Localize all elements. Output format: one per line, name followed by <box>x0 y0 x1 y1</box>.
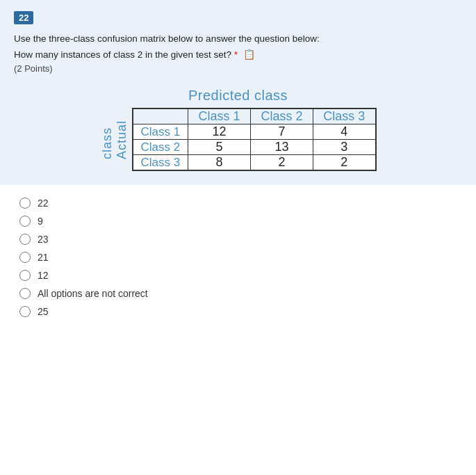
option-label-9[interactable]: 9 <box>38 216 43 227</box>
radio-23[interactable] <box>19 234 31 245</box>
matrix-row-3: Class 3 8 2 2 <box>133 155 376 171</box>
col-header-3: Class 3 <box>313 108 376 124</box>
option-label-23[interactable]: 23 <box>38 234 49 245</box>
cell-1-2: 7 <box>251 124 313 140</box>
option-row-9: 9 <box>19 216 457 227</box>
question-text: Use the three-class confusion matrix bel… <box>14 31 462 62</box>
option-row-all: All options are not correct <box>19 288 457 299</box>
col-header-1: Class 1 <box>188 108 251 124</box>
predicted-class-label: Predicted class <box>188 88 288 104</box>
question-points: (2 Points) <box>14 63 462 74</box>
option-row-21: 21 <box>19 252 457 263</box>
options-area: 229232112All options are not correct25 <box>0 185 476 331</box>
cell-1-1: 12 <box>188 124 251 140</box>
radio-25[interactable] <box>19 306 31 317</box>
option-row-23: 23 <box>19 234 457 245</box>
option-row-12: 12 <box>19 270 457 281</box>
option-row-25: 25 <box>19 306 457 317</box>
option-label-22[interactable]: 22 <box>38 198 49 209</box>
option-row-22: 22 <box>19 198 457 209</box>
row-label-1: Class 1 <box>133 124 188 140</box>
row-label-3: Class 3 <box>133 155 188 171</box>
actual-class-label: Actual class <box>100 120 129 159</box>
question-number: 22 <box>14 11 33 24</box>
cell-2-1: 5 <box>188 140 251 155</box>
radio-9[interactable] <box>19 216 31 227</box>
matrix-row-1: Class 1 12 7 4 <box>133 124 376 140</box>
cell-3-3: 2 <box>313 155 376 171</box>
actual-class-label-block: Actual class <box>100 120 129 159</box>
cell-2-2: 13 <box>251 140 313 155</box>
question-container: 22 Use the three-class confusion matrix … <box>0 0 476 185</box>
radio-21[interactable] <box>19 252 31 263</box>
option-label-12[interactable]: 12 <box>38 270 49 281</box>
row-label-2: Class 2 <box>133 140 188 155</box>
question-main-text: Use the three-class confusion matrix bel… <box>14 33 320 44</box>
option-label-21[interactable]: 21 <box>38 252 49 263</box>
option-label-all[interactable]: All options are not correct <box>38 288 148 299</box>
required-marker: * <box>234 49 238 60</box>
option-label-25[interactable]: 25 <box>38 306 49 317</box>
cell-1-3: 4 <box>313 124 376 140</box>
matrix-body: Actual class Class 1 Class 2 Class 3 <box>100 108 377 171</box>
matrix-wrapper: Predicted class Actual class Class 1 Cla… <box>100 88 377 171</box>
radio-22[interactable] <box>19 198 31 209</box>
question-sub-text: How many instances of class 2 in the giv… <box>14 49 231 60</box>
radio-all[interactable] <box>19 288 31 299</box>
matrix-row-2: Class 2 5 13 3 <box>133 140 376 155</box>
col-header-2: Class 2 <box>251 108 313 124</box>
radio-12[interactable] <box>19 270 31 281</box>
confusion-matrix: Class 1 Class 2 Class 3 Class 1 12 7 4 <box>132 108 377 171</box>
clipboard-icon: 📋 <box>243 47 255 62</box>
cell-2-3: 3 <box>313 140 376 155</box>
matrix-area: Predicted class Actual class Class 1 Cla… <box>14 88 462 171</box>
cell-3-1: 8 <box>188 155 251 171</box>
cell-3-2: 2 <box>251 155 313 171</box>
